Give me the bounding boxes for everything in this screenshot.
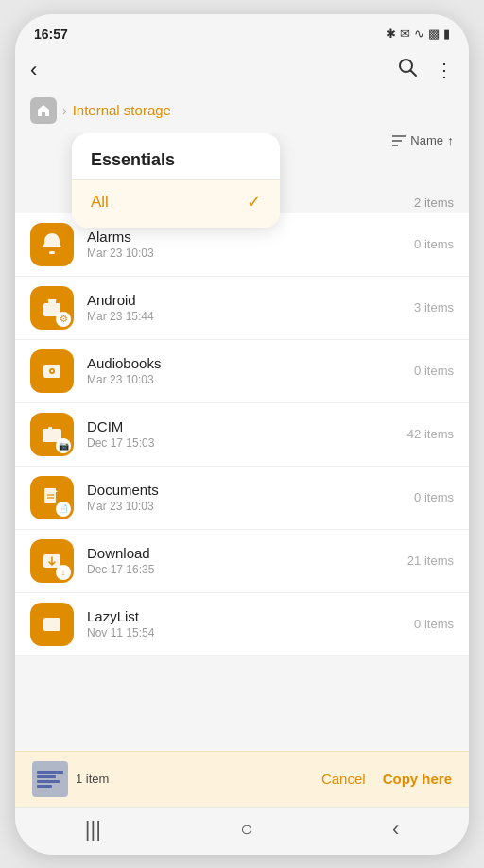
folder-count-lazylist: 0 items [414, 617, 454, 631]
filter-option-label: All [91, 193, 109, 212]
folder-date-lazylist: Nov 11 15:54 [87, 626, 414, 639]
folder-count-documents: 0 items [414, 490, 454, 504]
folder-item-download[interactable]: ↓ Download Dec 17 16:35 21 items [15, 530, 469, 593]
svg-rect-5 [49, 251, 55, 254]
wifi-icon: ∿ [414, 26, 424, 41]
folder-icon-dcim: 📷 [30, 413, 74, 456]
nav-home-button[interactable]: ○ [240, 817, 252, 842]
filter-check-icon: ✓ [247, 192, 261, 213]
svg-line-1 [411, 71, 417, 77]
dcim-badge: 📷 [56, 438, 71, 453]
top-bar-right: ⋮ [397, 57, 454, 82]
status-icons: ✱ ✉ ∿ ▩ ▮ [386, 26, 450, 41]
folder-item-dcim[interactable]: 📷 DCIM Dec 17 15:03 42 items [15, 403, 469, 467]
folder-date-alarms: Mar 23 10:03 [87, 247, 414, 260]
breadcrumb-arrow: › [62, 103, 67, 118]
svg-point-8 [48, 299, 50, 301]
folder-date-documents: Mar 23 10:03 [87, 500, 414, 513]
folder-icon-audiobooks [30, 349, 74, 393]
folder-info-lazylist: LazyList Nov 11 15:54 [87, 608, 414, 639]
folder-info-documents: Documents Mar 23 10:03 [87, 482, 414, 513]
filter-dropdown[interactable]: Essentials All ✓ [72, 133, 280, 228]
folder-name-android: Android [87, 292, 414, 308]
folder-icon-lazylist [30, 603, 74, 646]
filter-title: Essentials [72, 133, 280, 179]
download-badge: ↓ [56, 565, 71, 580]
sort-icon[interactable]: Name [391, 133, 443, 147]
bluetooth-icon: ✱ [386, 26, 396, 41]
folder-count-audiobooks: 0 items [414, 364, 454, 378]
folder-info-android: Android Mar 23 15:44 [87, 292, 414, 323]
folder-icon-download: ↓ [30, 539, 74, 583]
folder-count-dcim: 42 items [407, 427, 454, 441]
svg-point-9 [55, 299, 57, 301]
folder-info-dcim: DCIM Dec 17 15:03 [87, 418, 407, 450]
folder-count-download: 21 items [407, 553, 454, 568]
folder-item-documents[interactable]: 📄 Documents Mar 23 10:03 0 items [15, 467, 469, 530]
folder-info-alarms: Alarms Mar 23 10:03 [87, 229, 414, 260]
folder-date-audiobooks: Mar 23 10:03 [87, 373, 414, 386]
folder-icon-documents: 📄 [30, 476, 74, 519]
status-time: 16:57 [34, 26, 68, 42]
back-button[interactable]: ‹ [30, 54, 44, 86]
section-item-count: 2 items [414, 196, 454, 210]
nav-back-button[interactable]: ‹ [392, 817, 399, 842]
folder-count-android: 3 items [414, 300, 454, 315]
breadcrumb: › Internal storage [15, 94, 469, 133]
mute-icon: ✉ [400, 26, 410, 41]
nav-bar: ||| ○ ‹ [15, 807, 469, 855]
bottom-bar-left: 1 item [32, 761, 109, 797]
more-button[interactable]: ⋮ [435, 59, 454, 81]
filter-option-all[interactable]: All ✓ [72, 179, 280, 228]
folder-name-documents: Documents [87, 482, 414, 498]
cancel-button[interactable]: Cancel [321, 771, 366, 787]
folder-date-dcim: Dec 17 15:03 [87, 436, 407, 450]
folder-info-download: Download Dec 17 16:35 [87, 545, 407, 576]
folder-item-lazylist[interactable]: LazyList Nov 11 15:54 0 items [15, 593, 469, 656]
svg-rect-20 [43, 618, 60, 631]
folder-date-download: Dec 17 16:35 [87, 563, 407, 576]
folder-icon-alarms [30, 223, 74, 266]
bottom-bar: 1 item Cancel Copy here [15, 751, 469, 807]
nav-menu-button[interactable]: ||| [85, 817, 101, 842]
folder-name-lazylist: LazyList [87, 608, 414, 624]
battery-icon: ▮ [443, 26, 450, 41]
folder-icon-android: ⚙ [30, 286, 74, 330]
selected-count: 1 item [76, 772, 109, 786]
top-bar: ‹ ⋮ [15, 48, 469, 94]
folder-name-download: Download [87, 545, 407, 561]
breadcrumb-path[interactable]: Internal storage [73, 102, 171, 118]
folder-name-alarms: Alarms [87, 229, 414, 245]
svg-point-14 [48, 432, 56, 439]
folder-name-audiobooks: Audiobooks [87, 355, 414, 371]
folder-list: 2 items Alarms Mar 23 10:03 0 items [15, 154, 469, 751]
folder-count-alarms: 0 items [414, 237, 454, 251]
selected-item-thumb [32, 761, 68, 797]
svg-rect-15 [48, 427, 52, 430]
status-bar: 16:57 ✱ ✉ ∿ ▩ ▮ [15, 14, 469, 48]
android-badge: ⚙ [56, 312, 71, 327]
sort-label-text: Name [410, 133, 443, 147]
content-area: Name ↑ Essentials All ✓ 2 items [15, 133, 469, 751]
search-button[interactable] [397, 57, 418, 82]
signal-icon: ▩ [428, 26, 440, 41]
folder-name-dcim: DCIM [87, 418, 407, 434]
home-icon[interactable] [30, 97, 57, 124]
svg-point-12 [51, 369, 53, 371]
folder-info-audiobooks: Audiobooks Mar 23 10:03 [87, 355, 414, 386]
folder-date-android: Mar 23 15:44 [87, 310, 414, 323]
bottom-actions: Cancel Copy here [321, 771, 452, 787]
sort-direction-icon[interactable]: ↑ [447, 133, 454, 148]
folder-item-android[interactable]: ⚙ Android Mar 23 15:44 3 items [15, 277, 469, 340]
folder-item-audiobooks[interactable]: Audiobooks Mar 23 10:03 0 items [15, 340, 469, 403]
documents-badge: 📄 [56, 502, 71, 517]
copy-here-button[interactable]: Copy here [383, 771, 452, 787]
top-bar-left: ‹ [30, 54, 44, 86]
